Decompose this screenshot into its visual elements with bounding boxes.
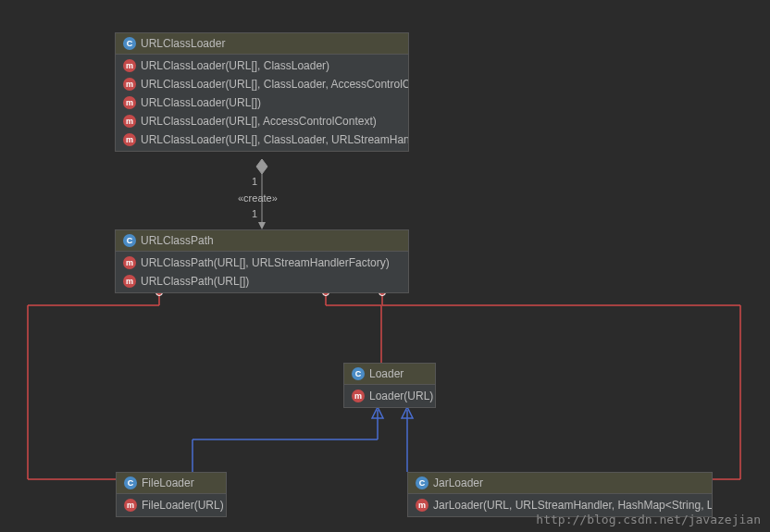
method-icon: m [123, 115, 136, 128]
class-icon: C [123, 37, 136, 50]
class-name: URLClassPath [141, 234, 214, 247]
stereotype-label: «create» [238, 192, 278, 204]
class-loader[interactable]: C Loader mLoader(URL) [343, 363, 436, 408]
svg-marker-19 [402, 407, 413, 418]
class-members: mFileLoader(URL) [117, 494, 226, 516]
method-icon: m [123, 256, 136, 269]
method-icon: m [123, 275, 136, 288]
svg-marker-17 [372, 407, 383, 418]
svg-marker-2 [258, 222, 266, 229]
method-row[interactable]: mURLClassLoader(URL[], AccessControlCont… [116, 112, 408, 130]
class-name: JarLoader [433, 476, 483, 489]
method-icon: m [123, 59, 136, 72]
class-icon: C [416, 476, 428, 489]
class-header: C URLClassPath [116, 230, 408, 252]
method-row[interactable]: mJarLoader(URL, URLStreamHandler, HashMa… [408, 496, 712, 514]
method-row[interactable]: mURLClassPath(URL[]) [116, 272, 408, 291]
method-row[interactable]: mLoader(URL) [344, 387, 435, 405]
method-row[interactable]: mURLClassPath(URL[], URLStreamHandlerFac… [116, 254, 408, 272]
method-icon: m [352, 390, 365, 402]
class-fileloader[interactable]: C FileLoader mFileLoader(URL) [116, 472, 227, 517]
svg-marker-0 [256, 159, 267, 174]
class-urlclasspath[interactable]: C URLClassPath mURLClassPath(URL[], URLS… [115, 229, 409, 293]
multiplicity-label: 1 [252, 208, 257, 219]
method-row[interactable]: mURLClassLoader(URL[], ClassLoader, URLS… [116, 130, 408, 149]
method-icon: m [123, 78, 136, 91]
method-row[interactable]: mURLClassLoader(URL[], ClassLoader) [116, 56, 408, 75]
class-members: mLoader(URL) [344, 385, 435, 407]
class-urlclassloader[interactable]: C URLClassLoader mURLClassLoader(URL[], … [115, 32, 409, 152]
class-name: URLClassLoader [141, 37, 225, 50]
method-row[interactable]: mURLClassLoader(URL[], ClassLoader, Acce… [116, 75, 408, 93]
class-members: mURLClassPath(URL[], URLStreamHandlerFac… [116, 252, 408, 292]
class-icon: C [124, 476, 137, 489]
class-icon: C [352, 367, 365, 380]
class-header: C JarLoader [408, 473, 712, 494]
class-header: C Loader [344, 364, 435, 385]
watermark: http://blog.csdn.net/javazejian [536, 513, 761, 526]
method-row[interactable]: mURLClassLoader(URL[]) [116, 93, 408, 112]
class-icon: C [123, 234, 136, 247]
method-icon: m [416, 499, 428, 512]
method-row[interactable]: mFileLoader(URL) [117, 496, 226, 514]
class-members: mURLClassLoader(URL[], ClassLoader) mURL… [116, 55, 408, 151]
class-name: FileLoader [142, 476, 194, 489]
class-header: C URLClassLoader [116, 33, 408, 55]
class-jarloader[interactable]: C JarLoader mJarLoader(URL, URLStreamHan… [407, 472, 713, 517]
method-icon: m [124, 499, 137, 512]
method-icon: m [123, 133, 136, 146]
class-name: Loader [369, 367, 404, 380]
class-header: C FileLoader [117, 473, 226, 494]
method-icon: m [123, 96, 136, 109]
multiplicity-label: 1 [252, 176, 257, 187]
